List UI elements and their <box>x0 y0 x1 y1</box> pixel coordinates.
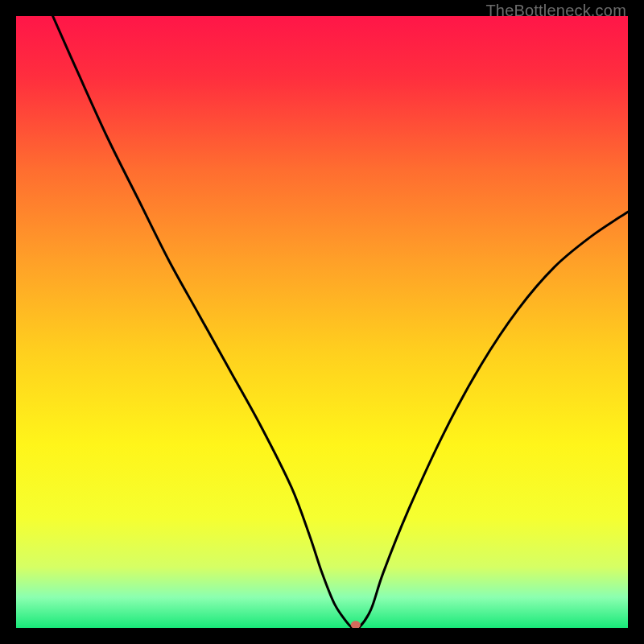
watermark-text: TheBottleneck.com <box>485 2 626 20</box>
chart-frame <box>16 16 628 628</box>
bottleneck-chart <box>16 16 628 628</box>
gradient-background <box>16 16 628 628</box>
